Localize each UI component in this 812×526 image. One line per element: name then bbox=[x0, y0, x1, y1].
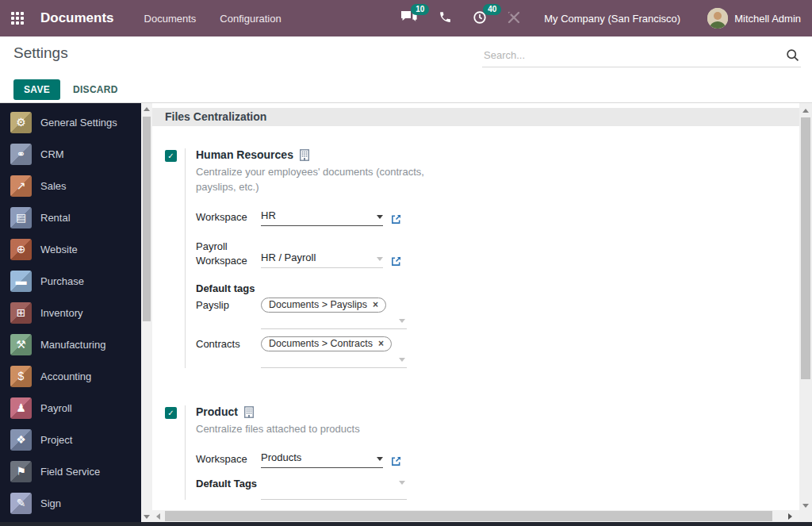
user-menu[interactable]: Mitchell Admin bbox=[734, 13, 801, 25]
phone-button[interactable] bbox=[439, 10, 452, 26]
sidebar-item-label: Project bbox=[40, 434, 72, 446]
building-icon bbox=[299, 149, 310, 161]
top-navbar: Documents Documents Configuration 10 40 bbox=[0, 0, 812, 36]
external-link-icon[interactable] bbox=[391, 239, 401, 268]
chart-icon: ↗ bbox=[10, 175, 32, 197]
phone-icon bbox=[439, 10, 452, 26]
sidebar-item-manufacturing[interactable]: ⚒ Manufacturing bbox=[0, 328, 141, 360]
sidebar-item-purchase[interactable]: ▬ Purchase bbox=[0, 265, 141, 297]
action-buttons: SAVE DISCARD bbox=[13, 79, 128, 100]
company-switcher[interactable]: My Company (San Francisco) bbox=[544, 13, 680, 25]
sidebar-item-project[interactable]: ❖ Project bbox=[0, 424, 141, 455]
tools-icon bbox=[508, 11, 520, 26]
building-icon bbox=[243, 406, 255, 418]
sidebar-scrollbar[interactable] bbox=[141, 103, 152, 522]
scroll-left-arrow[interactable] bbox=[152, 510, 164, 522]
chevron-down-icon[interactable] bbox=[377, 457, 383, 461]
rental-card-icon: ▤ bbox=[10, 207, 32, 228]
sidebar-item-payroll[interactable]: ♟ Payroll bbox=[0, 392, 141, 424]
handshake-icon: ⚭ bbox=[10, 144, 32, 165]
sidebar-item-label: General Settings bbox=[40, 117, 117, 129]
search-icon[interactable] bbox=[786, 48, 799, 62]
discard-button[interactable]: DISCARD bbox=[63, 79, 128, 100]
sidebar-item-general-settings[interactable]: ⚙ General Settings bbox=[0, 106, 141, 138]
scrollbar-thumb[interactable] bbox=[801, 117, 810, 379]
product-checkbox[interactable]: ✓ bbox=[165, 407, 177, 419]
scroll-right-arrow[interactable] bbox=[784, 510, 796, 522]
sidebar-item-sign[interactable]: ✎ Sign bbox=[0, 487, 141, 519]
workspace-label: Workspace bbox=[196, 451, 261, 468]
sidebar-item-label: Sign bbox=[40, 497, 61, 509]
chevron-down-icon[interactable] bbox=[399, 319, 405, 323]
search-input[interactable] bbox=[482, 46, 801, 67]
box-icon: ⊞ bbox=[10, 302, 32, 324]
section-title: Files Centralization bbox=[152, 108, 799, 126]
wrench-icon: ⚒ bbox=[10, 334, 32, 355]
chevron-down-icon[interactable] bbox=[399, 358, 405, 362]
sidebar-item-label: Website bbox=[40, 244, 78, 255]
scroll-down-arrow[interactable] bbox=[799, 500, 812, 511]
apps-grid-icon[interactable] bbox=[11, 12, 25, 25]
page-title: Settings bbox=[13, 44, 68, 62]
messages-button[interactable]: 10 bbox=[400, 10, 418, 26]
contracts-tags-field: Documents > Contracts × bbox=[261, 336, 407, 368]
menu-documents[interactable]: Documents bbox=[144, 13, 197, 25]
tag-text: Documents > Payslips bbox=[269, 299, 367, 310]
hr-checkbox[interactable]: ✓ bbox=[165, 150, 177, 162]
horizontal-scrollbar[interactable] bbox=[152, 510, 799, 522]
payslip-tags-input[interactable] bbox=[261, 315, 407, 329]
hr-setting-block: ✓ Human Resources Centralize your employ… bbox=[165, 148, 799, 368]
product-workspace-select[interactable]: Products bbox=[261, 451, 383, 468]
product-title: Product bbox=[196, 405, 238, 418]
chevron-down-icon[interactable] bbox=[399, 481, 405, 485]
hr-workspace-value: HR bbox=[261, 209, 276, 221]
contracts-tags-input[interactable] bbox=[261, 354, 407, 368]
payslip-tag-pill: Documents > Payslips × bbox=[261, 298, 386, 313]
save-button[interactable]: SAVE bbox=[13, 79, 60, 100]
user-avatar[interactable] bbox=[707, 8, 728, 29]
messages-badge: 10 bbox=[411, 4, 429, 15]
product-description: Centralize files attached to products bbox=[196, 422, 465, 437]
scroll-up-arrow[interactable] bbox=[799, 105, 812, 116]
payroll-workspace-label: Payroll Workspace bbox=[196, 239, 261, 268]
main-scrollbar[interactable] bbox=[799, 103, 812, 522]
sidebar-item-sales[interactable]: ↗ Sales bbox=[0, 170, 141, 202]
hr-workspace-select[interactable]: HR bbox=[261, 209, 383, 226]
truck-icon: ⚑ bbox=[10, 461, 32, 482]
external-link-icon[interactable] bbox=[391, 451, 401, 468]
contracts-tag-pill: Documents > Contracts × bbox=[261, 336, 392, 351]
chevron-down-icon[interactable] bbox=[377, 257, 383, 261]
pen-icon: ✎ bbox=[10, 493, 32, 514]
sidebar-item-rental[interactable]: ▤ Rental bbox=[0, 202, 141, 233]
product-default-tags-input[interactable] bbox=[261, 476, 407, 500]
sidebar-item-label: CRM bbox=[40, 148, 64, 160]
sidebar-item-accounting[interactable]: $ Accounting bbox=[0, 360, 141, 392]
sidebar-item-crm[interactable]: ⚭ CRM bbox=[0, 138, 141, 170]
external-link-icon[interactable] bbox=[391, 209, 401, 226]
scrollbar-thumb[interactable] bbox=[165, 511, 772, 521]
hr-description: Centralize your employees' documents (co… bbox=[196, 165, 438, 195]
sidebar-item-label: Rental bbox=[40, 212, 71, 224]
control-panel: Settings SAVE DISCARD bbox=[0, 36, 812, 103]
hr-title: Human Resources bbox=[196, 148, 293, 161]
tag-text: Documents > Contracts bbox=[269, 338, 373, 349]
sidebar-item-inventory[interactable]: ⊞ Inventory bbox=[0, 297, 141, 328]
app-name[interactable]: Documents bbox=[40, 10, 114, 26]
scroll-down-arrow[interactable] bbox=[141, 511, 152, 522]
scrollbar-thumb[interactable] bbox=[143, 117, 151, 321]
sidebar-item-label: Inventory bbox=[40, 307, 82, 319]
sidebar-item-label: Purchase bbox=[40, 275, 84, 287]
remove-tag-icon[interactable]: × bbox=[373, 299, 378, 310]
tools-button[interactable] bbox=[508, 11, 520, 26]
remove-tag-icon[interactable]: × bbox=[378, 338, 384, 349]
sidebar-item-website[interactable]: ⊕ Website bbox=[0, 233, 141, 265]
scroll-up-arrow[interactable] bbox=[141, 103, 152, 114]
window-bottom-edge bbox=[0, 522, 812, 526]
sidebar-item-field-service[interactable]: ⚑ Field Service bbox=[0, 455, 141, 487]
menu-configuration[interactable]: Configuration bbox=[220, 13, 281, 25]
sidebar-item-label: Sales bbox=[40, 180, 67, 192]
payroll-workspace-select[interactable]: HR / Payroll bbox=[261, 239, 383, 268]
workspace-label: Workspace bbox=[196, 209, 261, 226]
activities-button[interactable]: 40 bbox=[473, 10, 487, 27]
chevron-down-icon[interactable] bbox=[377, 215, 383, 219]
